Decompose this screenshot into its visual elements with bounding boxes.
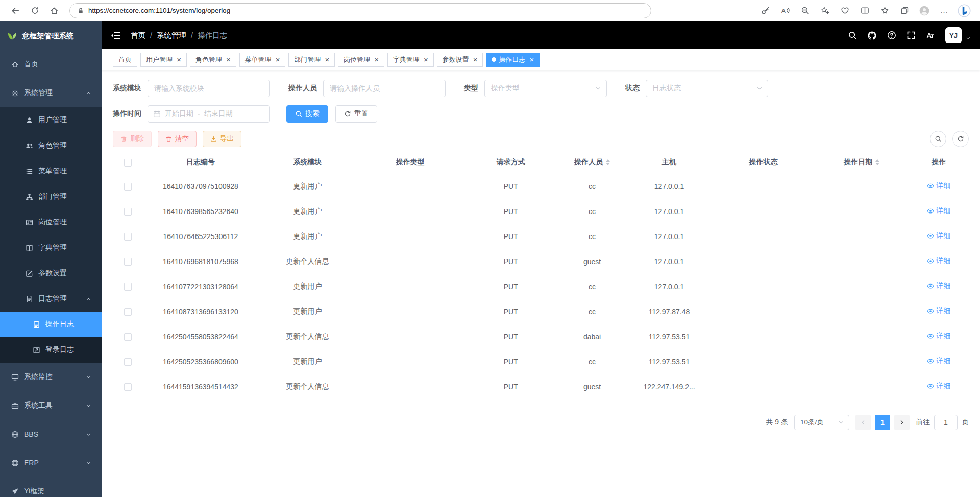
browser-home-button[interactable] xyxy=(46,3,62,19)
sidebar-item-log[interactable]: 日志管理 xyxy=(0,286,102,312)
sidebar-item-bbs[interactable]: BBS xyxy=(0,420,102,448)
column-header[interactable]: 操作人员 xyxy=(558,151,626,174)
sort-icon[interactable] xyxy=(875,159,879,165)
collections-button[interactable] xyxy=(896,3,913,19)
row-checkbox[interactable] xyxy=(124,233,132,241)
tab-menu[interactable]: 菜单管理× xyxy=(239,53,286,67)
tab-user[interactable]: 用户管理× xyxy=(140,53,187,67)
next-page-button[interactable] xyxy=(894,415,910,430)
select-all-checkbox[interactable] xyxy=(124,159,132,167)
browser-menu-button[interactable]: … xyxy=(936,3,953,19)
detail-link[interactable]: 详细 xyxy=(927,206,950,216)
browser-essentials-button[interactable] xyxy=(836,3,853,19)
tab-dept[interactable]: 部门管理× xyxy=(288,53,335,67)
tab-config[interactable]: 参数设置× xyxy=(437,53,483,67)
sidebar-item-post[interactable]: 岗位管理 xyxy=(0,209,102,235)
user-avatar[interactable]: YJ xyxy=(945,27,962,43)
close-icon[interactable]: × xyxy=(529,56,534,63)
browser-back-button[interactable] xyxy=(7,3,23,19)
detail-link[interactable]: 详细 xyxy=(927,382,950,391)
sidebar-item-user[interactable]: 用户管理 xyxy=(0,107,102,133)
sidebar-item-dept[interactable]: 部门管理 xyxy=(0,184,102,209)
reset-button[interactable]: 重置 xyxy=(335,105,377,123)
sidebar-item-dict[interactable]: 字典管理 xyxy=(0,235,102,261)
header-search-button[interactable] xyxy=(848,31,857,40)
bing-button[interactable] xyxy=(955,3,973,19)
read-aloud-button[interactable]: A xyxy=(776,3,794,19)
close-icon[interactable]: × xyxy=(325,56,329,63)
detail-link[interactable]: 详细 xyxy=(927,357,950,366)
zoom-button[interactable] xyxy=(796,3,814,19)
clear-button[interactable]: 清空 xyxy=(158,131,197,147)
sidebar-item-monitor[interactable]: 系统监控 xyxy=(0,363,102,391)
fullscreen-button[interactable] xyxy=(906,31,916,40)
tab-home[interactable]: 首页 xyxy=(113,53,137,67)
detail-link[interactable]: 详细 xyxy=(927,256,950,266)
sidebar-item-yi[interactable]: Yi框架 xyxy=(0,477,102,497)
browser-refresh-button[interactable] xyxy=(27,3,43,19)
tab-operlog[interactable]: 操作日志× xyxy=(486,53,540,67)
browser-profile-button[interactable] xyxy=(916,3,933,19)
search-button[interactable]: 搜索 xyxy=(286,105,328,123)
sidebar-item-operlog[interactable]: 操作日志 xyxy=(0,312,102,337)
row-checkbox[interactable] xyxy=(124,283,132,291)
sidebar-item-tool[interactable]: 系统工具 xyxy=(0,391,102,420)
row-checkbox[interactable] xyxy=(124,383,132,391)
split-screen-button[interactable] xyxy=(856,3,873,19)
detail-link[interactable]: 详细 xyxy=(927,181,950,191)
tab-dict[interactable]: 字典管理× xyxy=(387,53,434,67)
close-icon[interactable]: × xyxy=(473,56,478,63)
jump-page-input[interactable] xyxy=(934,415,958,430)
close-icon[interactable]: × xyxy=(226,56,231,63)
module-input[interactable] xyxy=(148,80,270,97)
github-link[interactable] xyxy=(867,31,877,40)
close-icon[interactable]: × xyxy=(374,56,379,63)
toggle-search-button[interactable] xyxy=(930,131,946,147)
add-favorite-button[interactable] xyxy=(816,3,834,19)
sidebar-item-loginlog[interactable]: 登录日志 xyxy=(0,337,102,363)
sidebar-item-erp[interactable]: ERP xyxy=(0,448,102,477)
sidebar-item-config[interactable]: 参数设置 xyxy=(0,261,102,286)
favorites-button[interactable] xyxy=(876,3,893,19)
sidebar-item-role[interactable]: 角色管理 xyxy=(0,133,102,158)
delete-button[interactable]: 删除 xyxy=(113,131,152,147)
font-size-button[interactable] xyxy=(926,31,935,40)
breadcrumb-home[interactable]: 首页 xyxy=(131,31,145,40)
help-button[interactable] xyxy=(887,31,896,40)
breadcrumb-system[interactable]: 系统管理 xyxy=(157,31,186,40)
column-header[interactable]: 操作日期 xyxy=(815,151,909,174)
row-checkbox[interactable] xyxy=(124,333,132,341)
address-bar[interactable]: https://ccnetcore.com:1101/system/log/op… xyxy=(69,3,651,18)
sidebar-item-system[interactable]: 系统管理 xyxy=(0,79,102,107)
row-checkbox[interactable] xyxy=(124,358,132,366)
row-checkbox[interactable] xyxy=(124,308,132,316)
type-select[interactable]: 操作类型 xyxy=(484,80,607,97)
date-range-picker[interactable]: 开始日期 - 结束日期 xyxy=(148,105,270,123)
prev-page-button[interactable] xyxy=(855,415,871,430)
detail-link[interactable]: 详细 xyxy=(927,281,950,291)
password-manager-button[interactable] xyxy=(756,3,774,19)
close-icon[interactable]: × xyxy=(177,56,181,63)
page-number-1[interactable]: 1 xyxy=(875,415,890,430)
sort-icon[interactable] xyxy=(606,159,610,165)
row-checkbox[interactable] xyxy=(124,183,132,191)
sidebar-item-menu[interactable]: 菜单管理 xyxy=(0,158,102,184)
row-checkbox[interactable] xyxy=(124,208,132,216)
tab-role[interactable]: 角色管理× xyxy=(190,53,236,67)
detail-link[interactable]: 详细 xyxy=(927,231,950,241)
refresh-table-button[interactable] xyxy=(952,131,969,147)
close-icon[interactable]: × xyxy=(424,56,428,63)
app-logo[interactable]: 意框架管理系统 xyxy=(0,21,102,50)
tab-post[interactable]: 岗位管理× xyxy=(338,53,384,67)
operator-input[interactable] xyxy=(323,80,446,97)
page-size-select[interactable]: 10条/页 xyxy=(794,415,849,430)
export-button[interactable]: 导出 xyxy=(203,131,241,147)
close-icon[interactable]: × xyxy=(276,56,280,63)
user-menu-caret[interactable] xyxy=(966,36,971,41)
collapse-sidebar-button[interactable] xyxy=(111,31,120,40)
row-checkbox[interactable] xyxy=(124,258,132,266)
detail-link[interactable]: 详细 xyxy=(927,306,950,316)
sidebar-item-home[interactable]: 首页 xyxy=(0,50,102,79)
status-select[interactable]: 日志状态 xyxy=(646,80,768,97)
detail-link[interactable]: 详细 xyxy=(927,332,950,341)
